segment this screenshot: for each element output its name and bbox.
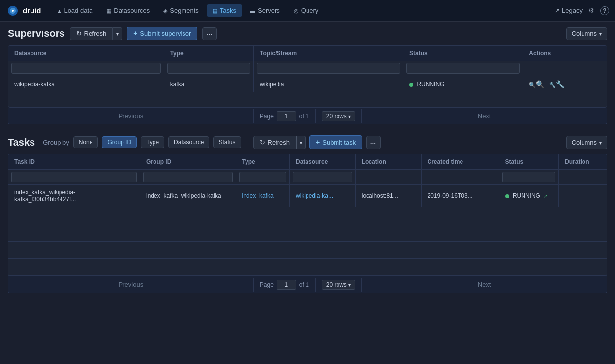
nav-datasources[interactable]: Datasources	[100, 4, 155, 17]
cell-type: kafka	[164, 76, 253, 92]
cell-created-time: 2019-09-16T03...	[421, 185, 499, 207]
legacy-icon	[555, 7, 560, 14]
cell-task-status: RUNNING ↗	[499, 185, 559, 207]
table-row: wikipedia-kafka kafka wikipedia RUNNING …	[8, 76, 607, 92]
supervisors-pagination: Previous Page of 1 20 rows Next	[8, 108, 607, 124]
logo-text: druid	[23, 6, 41, 15]
supervisors-more-button[interactable]	[202, 27, 216, 40]
tasks-rows-select: 20 rows	[315, 278, 362, 292]
submit-task-button[interactable]: Submit task	[309, 135, 362, 149]
main-content: Supervisors Refresh Submit supervisor Co…	[0, 22, 615, 364]
cell-duration	[559, 185, 607, 207]
filter-status[interactable]	[406, 63, 520, 74]
filter-task-type[interactable]	[239, 172, 286, 182]
tasks-pagination: Previous Page of 1 20 rows Next	[8, 276, 607, 293]
top-nav: druid Load data Datasources Segments Tas…	[0, 0, 615, 22]
nav-load-data[interactable]: Load data	[51, 4, 99, 17]
tasks-columns-chevron	[599, 139, 602, 146]
group-type-button[interactable]: Type	[141, 136, 164, 148]
col-actions: Actions	[523, 46, 607, 61]
external-link-icon[interactable]: ↗	[543, 193, 547, 199]
tasks-refresh-button-group: Refresh	[253, 136, 306, 149]
cell-topic-stream: wikipedia	[254, 76, 403, 92]
server-icon	[250, 7, 255, 14]
task-status-dot	[505, 194, 509, 198]
plus-icon	[133, 30, 137, 37]
group-status-button[interactable]: Status	[213, 136, 241, 148]
cell-actions: 🔍 🔧	[523, 76, 607, 92]
group-none-button[interactable]: None	[73, 136, 98, 148]
table-row: index_kafka_wikipedia-kafka_f30b34bb4427…	[8, 185, 607, 207]
nav-right: Legacy	[555, 6, 609, 15]
filter-group-id[interactable]	[143, 172, 233, 182]
cell-task-type[interactable]: index_kafka	[236, 185, 289, 207]
tasks-next-button[interactable]: Next	[362, 276, 607, 293]
col-group-id: Group ID	[140, 154, 236, 170]
tasks-rows-button[interactable]: 20 rows	[322, 280, 355, 290]
filter-task-id[interactable]	[11, 172, 137, 182]
empty-row-2	[8, 224, 607, 242]
col-location: Location	[355, 154, 421, 170]
task-plus-icon	[316, 138, 320, 146]
nav-segments[interactable]: Segments	[157, 4, 205, 17]
filter-task-datasource[interactable]	[293, 172, 352, 182]
cell-task-datasource[interactable]: wikipedia-ka...	[290, 185, 356, 207]
supervisors-next-button[interactable]: Next	[362, 108, 607, 124]
supervisors-rows-button[interactable]: 20 rows	[322, 111, 355, 121]
nav-legacy[interactable]: Legacy	[555, 7, 583, 14]
tasks-refresh-split[interactable]	[296, 136, 306, 149]
col-task-type: Type	[236, 154, 289, 170]
supervisors-columns-button[interactable]: Columns	[566, 27, 607, 40]
columns-chevron-icon	[599, 30, 602, 37]
supervisors-prev-button[interactable]: Previous	[8, 108, 253, 124]
filter-datasource[interactable]	[11, 63, 161, 74]
filter-topic[interactable]	[257, 63, 400, 74]
app-logo[interactable]: druid	[6, 4, 41, 18]
tasks-more-button[interactable]	[366, 136, 380, 149]
rows-chevron-icon	[348, 113, 351, 120]
supervisors-title: Supervisors	[8, 28, 65, 39]
supervisors-header: Supervisors Refresh Submit supervisor Co…	[0, 22, 615, 45]
tasks-dots-icon	[370, 139, 376, 146]
tasks-prev-button[interactable]: Previous	[8, 276, 253, 293]
supervisors-page-input[interactable]	[277, 111, 296, 121]
group-id-button[interactable]: Group ID	[102, 136, 137, 148]
col-type: Type	[164, 46, 253, 61]
cell-task-id: index_kafka_wikipedia-kafka_f30b34bb4427…	[8, 185, 140, 207]
cell-location: localhost:81...	[355, 185, 421, 207]
tasks-refresh-button[interactable]: Refresh	[253, 136, 297, 149]
nav-help[interactable]	[600, 6, 609, 15]
search-action-icon[interactable]: 🔍	[529, 80, 544, 88]
query-icon	[294, 7, 299, 14]
help-icon	[600, 6, 609, 15]
wrench-action-icon[interactable]: 🔧	[549, 80, 564, 88]
seg-icon	[163, 7, 167, 14]
upload-icon	[57, 7, 62, 14]
group-datasource-button[interactable]: Datasource	[168, 136, 209, 148]
tasks-rows-chevron	[348, 281, 351, 288]
empty-row-4	[8, 259, 607, 276]
tasks-table: Task ID Group ID Type Datasource Locatio…	[8, 154, 607, 276]
nav-query[interactable]: Query	[288, 4, 324, 17]
divider	[247, 137, 247, 147]
cell-status: RUNNING	[403, 76, 523, 92]
nav-tasks[interactable]: Tasks	[207, 4, 242, 17]
nav-settings[interactable]	[588, 7, 594, 14]
supervisors-filter-row	[8, 61, 607, 76]
filter-type[interactable]	[167, 63, 250, 74]
refresh-split-arrow[interactable]	[113, 27, 122, 40]
cell-group-id: index_kafka_wikipedia-kafka	[140, 185, 236, 207]
tasks-chevron-icon	[300, 139, 302, 146]
tasks-page-input[interactable]	[277, 280, 296, 290]
filter-task-status[interactable]	[502, 172, 556, 182]
tasks-columns-button[interactable]: Columns	[566, 136, 607, 149]
col-duration: Duration	[559, 154, 607, 170]
tasks-icon	[213, 7, 217, 14]
empty-row	[8, 92, 607, 107]
refresh-button-group: Refresh	[70, 27, 123, 40]
submit-supervisor-button[interactable]: Submit supervisor	[127, 27, 197, 40]
tasks-page-info: Page of 1	[253, 278, 315, 292]
supervisors-header-row: Datasource Type Topic/Stream Status Acti…	[8, 46, 607, 61]
refresh-button[interactable]: Refresh	[70, 27, 113, 40]
nav-servers[interactable]: Servers	[244, 4, 286, 17]
